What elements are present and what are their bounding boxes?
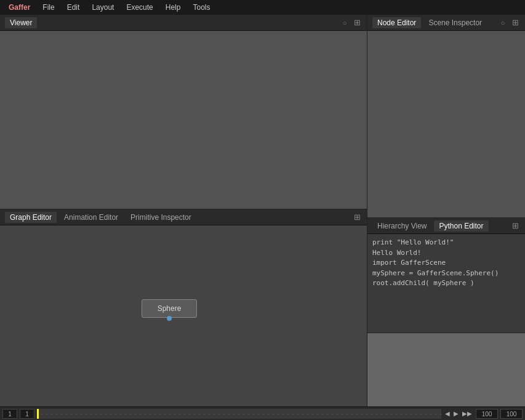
menu-gaffer[interactable]: Gaffer xyxy=(4,2,35,13)
graph-panel: Graph Editor Animation Editor Primitive … xyxy=(0,209,367,406)
menu-layout[interactable]: Layout xyxy=(87,2,119,13)
tab-graph-editor[interactable]: Graph Editor xyxy=(5,212,57,223)
tab-python-editor[interactable]: Python Editor xyxy=(434,220,488,232)
tab-node-editor[interactable]: Node Editor xyxy=(372,17,421,28)
python-line-3: import GafferScene xyxy=(372,258,520,269)
viewer-body xyxy=(0,31,367,209)
graph-body[interactable]: Sphere xyxy=(0,225,367,406)
menu-tools[interactable]: Tools xyxy=(188,2,215,13)
timeline-prev-btn[interactable]: ◀ xyxy=(444,410,451,418)
main-layout: Viewer Graph Editor Animation Editor Pri… xyxy=(0,15,525,406)
timeline: 1 1 ◀ ▶ ▶▶ 100 100 xyxy=(0,406,525,420)
timeline-frame-current[interactable]: 1 xyxy=(20,409,34,419)
python-editor-body[interactable]: print "Hello World!" Hello World! import… xyxy=(367,234,525,333)
timeline-ruler[interactable] xyxy=(37,409,441,419)
viewer-grid-icon[interactable] xyxy=(352,18,362,28)
python-preview-body xyxy=(367,333,525,406)
sphere-node[interactable]: Sphere xyxy=(142,299,197,318)
bottom-right-header: Hierarchy View Python Editor xyxy=(367,218,525,234)
left-panel: Viewer Graph Editor Animation Editor Pri… xyxy=(0,15,367,406)
tab-viewer[interactable]: Viewer xyxy=(5,17,37,28)
tab-primitive-inspector[interactable]: Primitive Inspector xyxy=(126,212,196,223)
python-line-4: mySphere = GafferScene.Sphere() xyxy=(372,269,520,279)
tab-animation-editor[interactable]: Animation Editor xyxy=(59,212,123,223)
timeline-controls: ◀ ▶ ▶▶ xyxy=(444,410,473,418)
timeline-next-btn[interactable]: ▶▶ xyxy=(461,410,473,418)
timeline-end-right[interactable]: 100 xyxy=(500,409,523,419)
top-right-grid-icon[interactable] xyxy=(510,18,520,28)
top-right-circle-icon[interactable] xyxy=(498,18,508,28)
python-line-1: print "Hello World!" xyxy=(372,238,520,248)
python-line-2: Hello World! xyxy=(372,248,520,259)
timeline-ruler-marks xyxy=(37,414,441,414)
bottom-right-grid-icon[interactable] xyxy=(510,221,520,231)
viewer-panel: Viewer xyxy=(0,15,367,209)
top-right-header: Node Editor Scene Inspector xyxy=(367,15,525,31)
python-line-5: root.addChild( mySphere ) xyxy=(372,278,520,289)
graph-header: Graph Editor Animation Editor Primitive … xyxy=(0,209,367,225)
timeline-end-left[interactable]: 100 xyxy=(476,409,498,419)
graph-grid-icon[interactable] xyxy=(352,212,362,222)
tab-hierarchy-view[interactable]: Hierarchy View xyxy=(372,220,431,232)
tab-scene-inspector[interactable]: Scene Inspector xyxy=(423,17,487,28)
top-right-body xyxy=(367,31,525,217)
menu-file[interactable]: File xyxy=(38,2,59,13)
menu-help[interactable]: Help xyxy=(161,2,186,13)
timeline-play-btn[interactable]: ▶ xyxy=(452,410,460,418)
viewer-circle-icon[interactable] xyxy=(340,18,350,28)
right-panel: Node Editor Scene Inspector Hierarchy Vi… xyxy=(367,15,525,406)
menubar: Gaffer File Edit Layout Execute Help Too… xyxy=(0,0,525,15)
bottom-right-panel: Hierarchy View Python Editor print "Hell… xyxy=(367,218,525,406)
menu-execute[interactable]: Execute xyxy=(121,2,158,13)
menu-edit[interactable]: Edit xyxy=(62,2,85,13)
top-right-panel: Node Editor Scene Inspector xyxy=(367,15,525,218)
timeline-frame-start[interactable]: 1 xyxy=(2,409,17,419)
sphere-node-label: Sphere xyxy=(158,304,182,313)
viewer-header: Viewer xyxy=(0,15,367,31)
timeline-playhead[interactable] xyxy=(37,409,39,419)
sphere-node-port[interactable] xyxy=(167,316,172,321)
